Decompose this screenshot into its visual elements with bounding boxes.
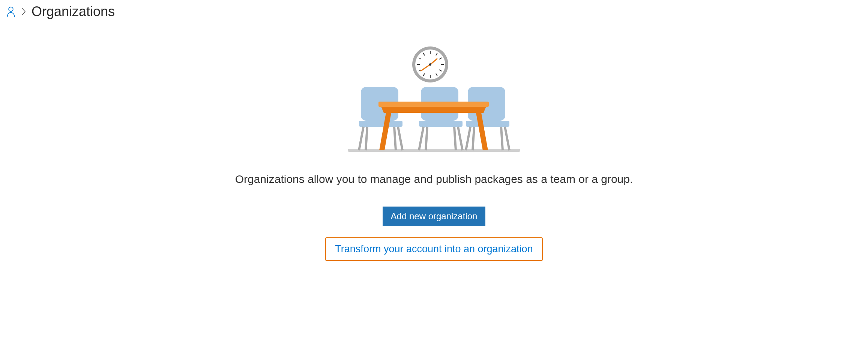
organizations-illustration <box>344 44 524 153</box>
svg-line-28 <box>458 127 463 150</box>
svg-rect-26 <box>419 121 463 127</box>
svg-line-35 <box>473 127 474 150</box>
svg-rect-1 <box>348 149 520 152</box>
breadcrumb: Organizations <box>0 0 868 25</box>
svg-line-24 <box>394 127 396 150</box>
svg-rect-32 <box>466 121 509 127</box>
svg-line-29 <box>426 127 427 150</box>
svg-line-22 <box>398 127 402 150</box>
transform-account-button[interactable]: Transform your account into an organizat… <box>325 237 542 261</box>
add-new-organization-button[interactable]: Add new organization <box>383 207 486 226</box>
actions: Add new organization Transform your acco… <box>0 207 868 261</box>
svg-line-23 <box>366 127 367 150</box>
svg-line-33 <box>466 127 470 150</box>
svg-rect-20 <box>359 121 402 127</box>
svg-line-36 <box>501 127 503 150</box>
svg-line-34 <box>505 127 509 150</box>
user-icon[interactable] <box>6 6 16 17</box>
main-content: Organizations allow you to manage and pu… <box>0 25 868 261</box>
page-title: Organizations <box>32 4 115 19</box>
svg-rect-38 <box>378 102 489 107</box>
chevron-right-icon <box>21 7 26 16</box>
svg-line-27 <box>419 127 423 150</box>
tagline-text: Organizations allow you to manage and pu… <box>0 173 868 186</box>
svg-line-21 <box>359 127 363 150</box>
svg-line-30 <box>454 127 456 150</box>
svg-point-0 <box>9 7 13 12</box>
svg-point-18 <box>429 63 431 66</box>
